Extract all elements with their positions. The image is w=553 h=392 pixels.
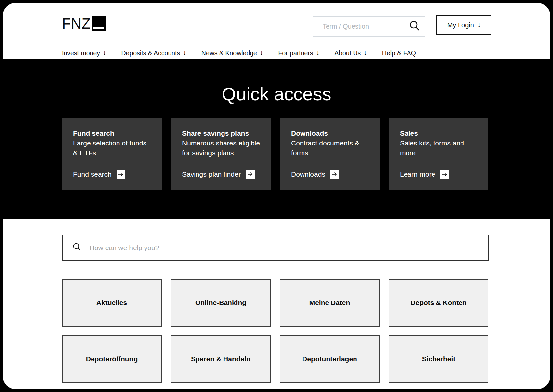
help-tile-depots-konten[interactable]: Depots & Konten [389,279,488,327]
help-tile-online-banking[interactable]: Online-Banking [171,279,271,327]
nav-item-label: News & Knowledge [201,49,257,57]
my-login-button[interactable]: My Login ↓ [436,15,491,35]
nav-item-label: Deposits & Accounts [121,49,180,57]
help-tile-depotunterlagen[interactable]: Depotunterlagen [280,335,380,383]
quick-access-card-sales[interactable]: Sales Sales kits, forms and more Learn m… [389,118,488,190]
header-top: FNZ My Login ↓ [3,3,550,37]
help-tile-label: Depoteröffnung [86,355,138,363]
chevron-down-icon: ↓ [183,49,186,57]
nav-item-invest-money[interactable]: Invest money ↓ [62,49,106,57]
arrow-right-icon [440,170,449,179]
logo-underscore-icon [93,27,104,29]
arrow-right-icon [330,170,339,179]
nav-item-label: For partners [278,49,313,57]
quick-access-card-share-savings-plans[interactable]: Share savings plans Numerous shares elig… [171,118,271,190]
hero-title: Quick access [3,83,550,105]
card-link-label: Learn more [400,170,435,178]
card-link[interactable]: Downloads [291,170,370,179]
help-tile-label: Sicherheit [422,355,456,363]
card-link-label: Savings plan finder [182,170,241,178]
card-link[interactable]: Savings plan finder [182,170,261,179]
chevron-down-icon: ↓ [316,49,320,57]
chevron-down-icon: ↓ [103,49,106,57]
help-tile-label: Online-Banking [195,299,246,307]
help-tile-label: Depotunterlagen [302,355,357,363]
logo-square-icon [92,16,106,31]
card-description: Contract documents & forms [291,138,370,158]
nav-item-news-knowledge[interactable]: News & Knowledge ↓ [201,49,263,57]
chevron-down-icon: ↓ [364,49,367,57]
search-icon[interactable] [409,20,421,33]
header-search [313,16,425,37]
header-search-input[interactable] [322,22,409,31]
page: FNZ My Login ↓ Invest [3,3,550,389]
my-login-label: My Login [447,21,474,29]
nav-item-about-us[interactable]: About Us ↓ [334,49,367,57]
help-search-icon [72,243,81,253]
logo-text: FNZ [62,16,91,31]
quick-access-cards: Fund search Large selection of funds & E… [62,118,550,190]
site-header: FNZ My Login ↓ Invest [3,3,550,59]
nav-item-deposits-accounts[interactable]: Deposits & Accounts ↓ [121,49,186,57]
help-tile-sparen-handeln[interactable]: Sparen & Handeln [171,335,271,383]
help-tile-label: Depots & Konten [410,299,466,307]
help-tile-sicherheit[interactable]: Sicherheit [389,335,488,383]
fnz-logo[interactable]: FNZ [62,16,106,31]
arrow-right-icon [246,170,255,179]
card-title: Share savings plans [182,128,261,138]
nav-item-for-partners[interactable]: For partners ↓ [278,49,319,57]
nav-item-label: Invest money [62,49,100,57]
chevron-down-icon: ↓ [478,21,481,29]
help-tile-meine-daten[interactable]: Meine Daten [280,279,380,327]
card-description: Sales kits, forms and more [400,138,479,158]
help-search [62,235,489,261]
help-tile-label: Aktuelles [96,299,127,307]
help-tile-label: Meine Daten [309,299,350,307]
quick-access-card-fund-search[interactable]: Fund search Large selection of funds & E… [62,118,162,190]
card-link-label: Downloads [291,170,325,178]
card-title: Downloads [291,128,370,138]
card-title: Sales [400,128,479,138]
card-link[interactable]: Fund search [73,170,152,179]
help-search-input[interactable] [89,244,488,252]
help-tile-label: Sparen & Handeln [191,355,250,363]
quick-access-card-downloads[interactable]: Downloads Contract documents & forms Dow… [280,118,380,190]
help-tiles: Aktuelles Online-Banking Meine Daten Dep… [62,279,550,383]
card-description: Large selection of funds & ETFs [73,138,152,158]
nav-item-label: About Us [334,49,361,57]
main-nav: Invest money ↓ Deposits & Accounts ↓ New… [62,49,550,57]
arrow-right-icon [117,170,125,179]
hero-section: Quick access Fund search Large selection… [3,59,550,219]
nav-item-label: Help & FAQ [382,49,416,57]
card-link[interactable]: Learn more [400,170,479,179]
help-tile-aktuelles[interactable]: Aktuelles [62,279,162,327]
nav-item-help-faq[interactable]: Help & FAQ [382,49,416,57]
card-link-label: Fund search [73,170,112,178]
card-description: Numerous shares eligible for savings pla… [182,138,261,158]
chevron-down-icon: ↓ [260,49,263,57]
help-section: Aktuelles Online-Banking Meine Daten Dep… [3,219,550,383]
card-title: Fund search [73,128,152,138]
help-tile-depoter-ffnung[interactable]: Depoteröffnung [62,335,162,383]
